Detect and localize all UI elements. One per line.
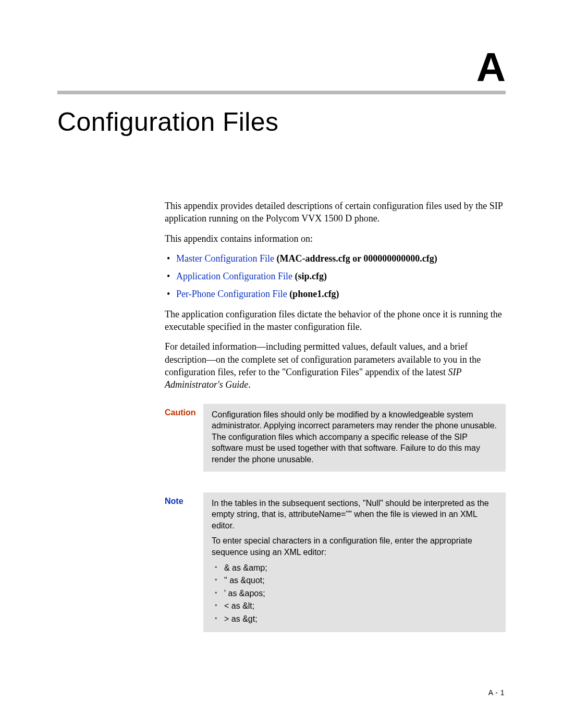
special-char-item: ' as &apos; xyxy=(212,588,497,599)
caution-callout: Caution Configuration files should only … xyxy=(165,404,506,472)
document-page: A Configuration Files This appendix prov… xyxy=(0,0,563,728)
appendix-letter: A xyxy=(57,47,506,88)
caution-text: Configuration files should only be modif… xyxy=(212,409,497,465)
toc-link[interactable]: Per-Phone Configuration File xyxy=(176,289,287,299)
toc-item: Application Configuration File (sip.cfg) xyxy=(165,270,506,282)
toc-item: Master Configuration File (MAC-address.c… xyxy=(165,252,506,265)
body-area: This appendix provides detailed descript… xyxy=(165,200,506,391)
page-number: A - 1 xyxy=(488,688,505,697)
toc-item: Per-Phone Configuration File (phone1.cfg… xyxy=(165,288,506,300)
note-label: Note xyxy=(165,492,203,506)
note-text: To enter special characters in a configu… xyxy=(212,535,497,558)
intro-paragraph-1: This appendix provides detailed descript… xyxy=(165,200,506,225)
toc-link-detail: (MAC-address.cfg or 000000000000.cfg) xyxy=(274,253,437,264)
special-char-item: " as &quot; xyxy=(212,575,497,586)
caution-label: Caution xyxy=(165,404,203,417)
note-text: In the tables in the subsequent sections… xyxy=(212,498,497,532)
toc-link-list: Master Configuration File (MAC-address.c… xyxy=(165,252,506,301)
toc-link-detail: (sip.cfg) xyxy=(292,271,327,281)
body-text: For detailed information—including permi… xyxy=(165,341,481,377)
intro-paragraph-2: This appendix contains information on: xyxy=(165,232,506,245)
caution-body: Configuration files should only be modif… xyxy=(203,404,506,472)
page-title: Configuration Files xyxy=(57,107,506,137)
body-paragraph: For detailed information—including permi… xyxy=(165,340,506,391)
special-char-item: > as &gt; xyxy=(212,613,497,625)
toc-link[interactable]: Master Configuration File xyxy=(176,253,274,264)
note-callout: Note In the tables in the subsequent sec… xyxy=(165,492,506,633)
toc-link[interactable]: Application Configuration File xyxy=(176,271,292,281)
special-char-list: & as &amp; " as &quot; ' as &apos; < as … xyxy=(212,562,497,625)
note-body: In the tables in the subsequent sections… xyxy=(203,492,506,633)
body-text: . xyxy=(248,379,251,390)
body-paragraph: The application configuration files dict… xyxy=(165,308,506,334)
title-rule xyxy=(57,91,506,94)
special-char-item: & as &amp; xyxy=(212,562,497,574)
special-char-item: < as &lt; xyxy=(212,600,497,612)
toc-link-detail: (phone1.cfg) xyxy=(287,289,339,299)
